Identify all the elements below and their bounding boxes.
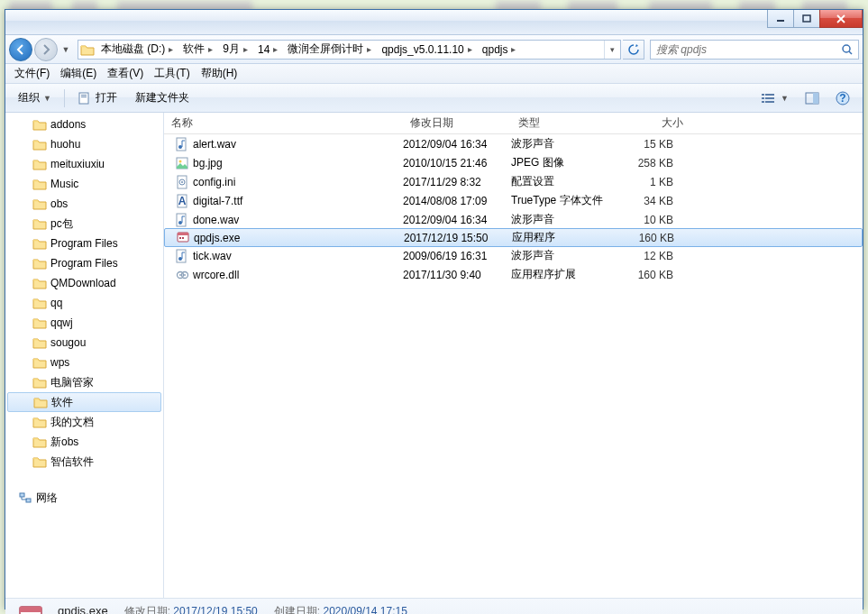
tree-item[interactable]: qq [5, 293, 163, 313]
tree-item[interactable]: 新obs [5, 432, 163, 452]
tree-item[interactable]: QMDownload [5, 273, 163, 293]
folder-icon [32, 276, 47, 290]
view-mode-button[interactable]: ▼ [754, 88, 796, 108]
open-button[interactable]: 打开 [70, 87, 124, 109]
maximize-button[interactable] [793, 10, 820, 28]
preview-pane-button[interactable] [798, 88, 827, 108]
col-header-type[interactable]: 类型 [511, 115, 619, 131]
svg-point-19 [178, 145, 182, 149]
nav-history-dropdown[interactable]: ▼ [59, 41, 72, 59]
organize-button[interactable]: 组织 ▼ [11, 87, 59, 109]
tree-item[interactable]: obs [5, 194, 163, 214]
details-text: qpdjs.exe 修改日期: 2017/12/19 15:50 创建日期: 2… [58, 604, 424, 614]
tree-label: qq [50, 297, 62, 309]
help-button[interactable]: ? [828, 87, 857, 109]
back-button[interactable] [9, 38, 32, 61]
navigation-tree[interactable]: addonshuohumeituxiuxiuMusicobspc包Program… [5, 113, 164, 598]
chevron-right-icon: ▸ [205, 44, 216, 54]
file-row[interactable]: wrcore.dll2017/11/30 9:40应用程序扩展160 KB [164, 265, 863, 284]
file-row[interactable]: alert.wav2012/09/04 16:34波形声音15 KB [164, 134, 863, 153]
tree-item[interactable]: Program Files [5, 253, 163, 273]
file-row[interactable]: config.ini2017/11/29 8:32配置设置1 KB [164, 172, 863, 191]
forward-button[interactable] [34, 38, 58, 61]
folder-icon [32, 454, 47, 469]
file-row[interactable]: Adigital-7.ttf2014/08/08 17:09TrueType 字… [164, 191, 863, 210]
tree-item[interactable]: Program Files [5, 234, 163, 253]
menu-tools[interactable]: 工具(T) [149, 64, 195, 83]
tree-label: 新obs [50, 435, 78, 450]
search-input[interactable] [651, 43, 836, 56]
file-row[interactable]: tick.wav2009/06/19 16:31波形声音12 KB [164, 246, 863, 265]
file-type: JPEG 图像 [511, 155, 619, 170]
address-bar[interactable]: 本地磁盘 (D:)▸软件▸9月▸14▸微润全屏倒计时▸qpdjs_v5.0.11… [78, 40, 621, 60]
breadcrumb-item[interactable]: 微润全屏倒计时▸ [283, 41, 377, 59]
tree-item[interactable]: 我的文档 [5, 412, 163, 432]
close-button[interactable] [819, 10, 863, 28]
folder-icon [78, 41, 96, 59]
tree-item[interactable]: meituxiuxiu [5, 154, 163, 174]
tree-item[interactable]: 软件 [7, 392, 161, 412]
file-size: 160 KB [619, 269, 691, 281]
new-folder-button[interactable]: 新建文件夹 [128, 87, 196, 109]
search-icon[interactable] [836, 41, 858, 59]
tree-label: addons [50, 118, 86, 131]
svg-rect-5 [81, 96, 87, 97]
tree-item[interactable]: pc包 [5, 214, 163, 234]
tree-item-network[interactable]: 网络 [5, 488, 163, 508]
menu-help[interactable]: 帮助(H) [196, 64, 243, 83]
file-row[interactable]: qpdjs.exe2017/12/19 15:50应用程序160 KB [164, 228, 863, 247]
tree-item[interactable]: 电脑管家 [5, 372, 163, 392]
titlebar[interactable] [5, 10, 863, 35]
file-row[interactable]: done.wav2012/09/04 16:34波形声音10 KB [164, 210, 863, 229]
breadcrumb-item[interactable]: qpdjs▸ [478, 41, 522, 59]
breadcrumb-label: 本地磁盘 (D:) [101, 41, 165, 57]
menu-file[interactable]: 文件(F) [9, 64, 55, 83]
tree-item[interactable]: sougou [5, 333, 163, 353]
folder-icon [32, 177, 47, 191]
file-type: 应用程序扩展 [511, 267, 619, 282]
open-label: 打开 [96, 90, 117, 105]
col-header-date[interactable]: 修改日期 [403, 115, 511, 131]
toolbar: 组织 ▼ 打开 新建文件夹 ▼ ? [5, 84, 863, 113]
tree-item[interactable]: Music [5, 174, 163, 194]
menu-view[interactable]: 查看(V) [102, 64, 149, 83]
refresh-button[interactable] [623, 40, 644, 60]
tree-label: Program Files [50, 237, 118, 250]
tree-item[interactable]: 智信软件 [5, 452, 163, 472]
search-box[interactable] [650, 40, 859, 60]
ini-icon [175, 175, 189, 189]
breadcrumb-item[interactable]: 本地磁盘 (D:)▸ [96, 41, 178, 59]
dll-icon [175, 268, 189, 282]
file-size: 258 KB [619, 157, 691, 170]
breadcrumb-item[interactable]: 14▸ [253, 41, 283, 59]
tree-item[interactable]: wps [5, 353, 163, 372]
minimize-button[interactable] [767, 10, 794, 28]
details-pane: qpdjs.exe 修改日期: 2017/12/19 15:50 创建日期: 2… [5, 598, 863, 614]
tree-item[interactable]: addons [5, 115, 163, 134]
breadcrumb-item[interactable]: 软件▸ [178, 41, 218, 59]
chevron-right-icon: ▸ [363, 44, 375, 54]
col-header-name[interactable]: 名称 [164, 115, 403, 131]
tree-item[interactable]: huohu [5, 134, 163, 154]
breadcrumb-label: 9月 [223, 41, 240, 57]
explorer-window: ▼ 本地磁盘 (D:)▸软件▸9月▸14▸微润全屏倒计时▸qpdjs_v5.0.… [5, 9, 863, 609]
file-list[interactable]: 名称 修改日期 类型 大小 alert.wav2012/09/04 16:34波… [164, 113, 863, 598]
file-row[interactable]: bg.jpg2010/10/15 21:46JPEG 图像258 KB [164, 153, 863, 172]
file-size: 15 KB [619, 138, 691, 151]
svg-rect-3 [79, 93, 88, 104]
file-name: wrcore.dll [193, 269, 239, 281]
file-type: 配置设置 [511, 174, 619, 189]
menu-edit[interactable]: 编辑(E) [55, 64, 102, 83]
tree-item[interactable]: qqwj [5, 313, 163, 333]
breadcrumb-item[interactable]: 9月▸ [218, 41, 253, 59]
tree-label: qqwj [50, 316, 73, 329]
tree-label: obs [50, 197, 68, 210]
svg-rect-33 [177, 250, 186, 262]
col-header-size[interactable]: 大小 [619, 115, 691, 131]
details-created-value: 2020/09/14 17:15 [323, 605, 407, 614]
svg-rect-16 [20, 493, 24, 497]
breadcrumb-item[interactable]: qpdjs_v5.0.11.10▸ [377, 41, 477, 59]
svg-rect-18 [177, 138, 186, 151]
address-dropdown[interactable]: ▾ [604, 41, 620, 59]
svg-rect-32 [182, 237, 184, 239]
